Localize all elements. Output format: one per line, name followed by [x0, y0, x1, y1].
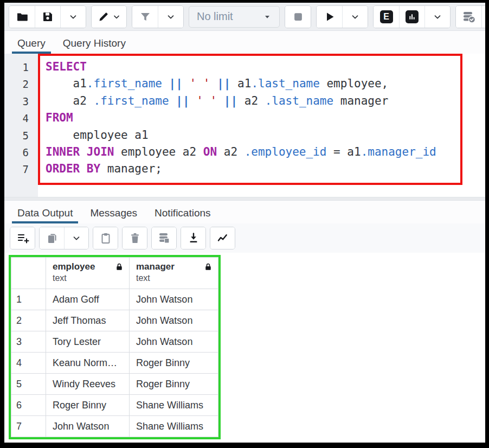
- row-number-cell[interactable]: 3: [11, 331, 46, 353]
- explain-analyze-button[interactable]: [399, 6, 424, 28]
- table-row: 4Keanu Norm…Roger Binny: [11, 353, 218, 374]
- explain-options-dropdown[interactable]: [424, 6, 450, 28]
- graph-visualiser-button[interactable]: [210, 227, 235, 249]
- edit-macros-button[interactable]: [92, 6, 126, 28]
- employee-cell[interactable]: Tory Lester: [46, 331, 130, 353]
- manager-cell[interactable]: John Watson: [130, 310, 218, 331]
- code-line[interactable]: ORDER BY manager;: [46, 161, 455, 177]
- save-data-changes-button[interactable]: [152, 227, 176, 249]
- tab-data-output[interactable]: Data Output: [12, 201, 78, 223]
- result-highlight-box: employee text manager text 1Adam GoffJ: [9, 255, 221, 439]
- query-toolbar: No limit E: [4, 3, 485, 31]
- edit-button-group: [91, 5, 127, 28]
- column-header-employee[interactable]: employee text: [46, 258, 130, 289]
- column-name: employee: [53, 261, 95, 272]
- row-number-cell[interactable]: 7: [11, 416, 46, 437]
- output-tabbar: Data Output Messages Notifications: [4, 201, 485, 223]
- tab-query[interactable]: Query: [12, 31, 51, 54]
- data-output-toolbar: [4, 223, 485, 253]
- code-line[interactable]: SELECT: [46, 59, 455, 75]
- copy-options-dropdown[interactable]: [64, 227, 88, 249]
- row-number-header[interactable]: [11, 258, 46, 289]
- employee-cell[interactable]: Windy Reeves: [46, 374, 130, 395]
- employee-cell[interactable]: Keanu Norm…: [46, 353, 130, 374]
- row-number-cell[interactable]: 4: [11, 353, 46, 374]
- commit-db-check-icon: [462, 10, 476, 24]
- employee-cell[interactable]: John Watson: [46, 416, 130, 437]
- manager-cell[interactable]: Roger Binny: [130, 374, 218, 395]
- tab-notifications[interactable]: Notifications: [149, 201, 216, 223]
- code-line[interactable]: INNER JOIN employee a2 ON a2 .employee_i…: [46, 144, 455, 161]
- rollback-button[interactable]: [481, 6, 485, 28]
- column-type: text: [53, 273, 124, 283]
- execute-options-dropdown[interactable]: [342, 6, 368, 28]
- delete-row-button[interactable]: [123, 227, 147, 249]
- caret-down-icon: [263, 12, 272, 21]
- stop-button-group: [285, 5, 311, 28]
- chevron-down-icon: [350, 12, 360, 22]
- tab-messages[interactable]: Messages: [85, 201, 143, 223]
- trash-icon: [128, 232, 141, 245]
- column-name: manager: [136, 261, 175, 272]
- panel-splitter[interactable]: [4, 197, 485, 201]
- sql-editor[interactable]: 1234567 SELECT a1.first_name || ' ' || a…: [4, 54, 485, 197]
- table-row: 6Roger BinnyShane Williams: [11, 395, 218, 416]
- employee-cell[interactable]: Jeff Thomas: [46, 310, 130, 331]
- line-number: 4: [4, 110, 38, 127]
- row-number-cell[interactable]: 5: [11, 374, 46, 395]
- code-line[interactable]: a2 .first_name || ' ' || a2 .last_name m…: [46, 93, 455, 110]
- table-row: 7John WatsonShane Williams: [11, 416, 218, 437]
- code-line[interactable]: FROM: [46, 110, 455, 126]
- download-results-button[interactable]: [181, 227, 205, 249]
- filter-button[interactable]: [132, 6, 158, 28]
- column-header-manager[interactable]: manager text: [130, 258, 218, 289]
- copy-button[interactable]: [40, 227, 64, 249]
- filter-button-group: [132, 5, 184, 28]
- graph-visualiser-icon: [216, 232, 229, 245]
- line-number: 2: [4, 76, 38, 93]
- graph-group: [210, 227, 235, 249]
- row-number-cell[interactable]: 2: [11, 310, 46, 331]
- manager-cell[interactable]: John Watson: [130, 289, 218, 310]
- execute-query-button[interactable]: [317, 6, 342, 28]
- manager-cell[interactable]: Shane Williams: [130, 416, 218, 437]
- code-line[interactable]: employee a1: [46, 127, 455, 144]
- employee-cell[interactable]: Roger Binny: [46, 395, 130, 416]
- row-limit-select[interactable]: No limit: [189, 6, 280, 28]
- tab-query-history[interactable]: Query History: [57, 31, 131, 54]
- explain-button[interactable]: E: [374, 6, 399, 28]
- save-icon: [41, 10, 54, 23]
- lock-icon: [115, 263, 124, 271]
- download-icon: [187, 232, 200, 245]
- line-number: 5: [4, 127, 38, 144]
- commit-button[interactable]: [456, 6, 481, 28]
- line-number: 3: [4, 93, 38, 110]
- row-number-cell[interactable]: 1: [11, 289, 46, 310]
- line-number-gutter: 1234567: [4, 54, 38, 197]
- results-table: employee text manager text 1Adam GoffJ: [11, 257, 218, 437]
- clipboard-icon: [99, 232, 112, 245]
- chevron-down-icon: [433, 12, 442, 22]
- table-row: 3Tory LesterJohn Watson: [11, 331, 218, 353]
- transaction-button-group: [455, 5, 485, 28]
- manager-cell[interactable]: John Watson: [130, 331, 218, 353]
- save-options-dropdown[interactable]: [60, 6, 86, 28]
- save-file-button[interactable]: [35, 6, 60, 28]
- chevron-down-icon: [72, 233, 81, 243]
- add-row-group: [10, 227, 35, 249]
- employee-cell[interactable]: Adam Goff: [46, 289, 130, 310]
- header-row: employee text manager text: [11, 258, 218, 289]
- lock-icon: [204, 263, 213, 271]
- code-line[interactable]: a1.first_name || ' ' || a1.last_name emp…: [46, 75, 455, 92]
- window-frame: No limit E: [0, 0, 489, 448]
- save-data-db-icon: [157, 231, 171, 245]
- open-file-button[interactable]: [9, 6, 35, 28]
- save-data-group: [151, 227, 177, 249]
- paste-button[interactable]: [93, 227, 118, 249]
- row-number-cell[interactable]: 6: [11, 395, 46, 416]
- cancel-query-button[interactable]: [285, 6, 311, 28]
- manager-cell[interactable]: Roger Binny: [130, 353, 218, 374]
- manager-cell[interactable]: Shane Williams: [130, 395, 218, 416]
- filter-options-dropdown[interactable]: [158, 6, 183, 28]
- add-row-button[interactable]: [10, 227, 35, 249]
